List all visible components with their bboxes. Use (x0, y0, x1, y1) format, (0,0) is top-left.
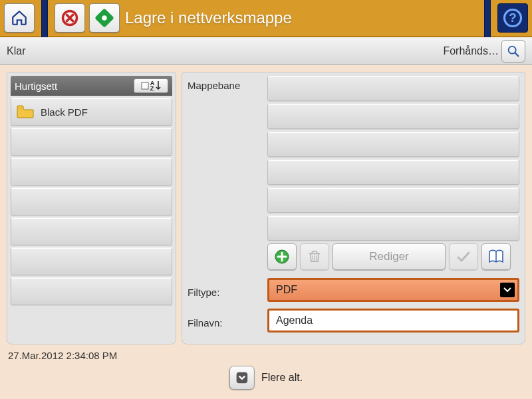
page-title: Lagre i nettverksmappe (125, 9, 292, 27)
quickset-item-empty[interactable] (11, 277, 172, 305)
add-path-button[interactable] (267, 243, 297, 270)
cancel-icon (61, 9, 79, 27)
edit-path-button[interactable]: Rediger (332, 243, 446, 270)
quickset-item-label: Black PDF (41, 106, 88, 118)
details-panel: Mappebane Rediger (182, 72, 525, 344)
quicksets-header: Hurtigsett AZ (11, 76, 172, 96)
quickset-item[interactable]: Black PDF (11, 98, 172, 126)
more-options-label: Flere alt. (261, 372, 303, 384)
checkbox-icon (141, 82, 149, 90)
status-bar: Klar Forhånds… (0, 37, 532, 65)
filetype-dropdown[interactable]: PDF (267, 278, 519, 302)
svg-point-2 (102, 15, 106, 20)
chevron-down-icon (235, 370, 249, 385)
delete-path-button[interactable] (300, 243, 329, 270)
preview-label: Forhånds… (443, 45, 499, 57)
svg-rect-8 (237, 372, 248, 384)
confirm-path-button[interactable] (449, 243, 478, 270)
folderpath-row[interactable] (267, 76, 519, 101)
book-icon (488, 249, 504, 264)
preview-button[interactable] (501, 40, 525, 63)
status-text: Klar (7, 45, 25, 57)
cancel-button[interactable] (55, 3, 85, 33)
folderpath-label: Mappebane (188, 76, 267, 91)
addressbook-button[interactable] (481, 243, 511, 270)
filetype-label: Filtype: (188, 283, 267, 298)
more-options-button[interactable] (229, 366, 255, 390)
edit-button-label: Rediger (369, 250, 409, 263)
quickset-item-empty[interactable] (11, 158, 172, 186)
check-icon (456, 249, 471, 265)
title-separator (41, 0, 48, 37)
magnifier-icon (506, 44, 521, 59)
trash-icon (307, 249, 322, 264)
more-options: Flere alt. (229, 366, 303, 390)
sort-arrow-icon (156, 81, 161, 90)
help-button[interactable]: ? (497, 3, 528, 33)
filename-input[interactable]: Agenda (267, 309, 519, 332)
svg-rect-6 (142, 82, 148, 89)
folderpath-row[interactable] (267, 215, 519, 241)
home-button[interactable] (4, 3, 35, 33)
start-button[interactable] (89, 3, 120, 33)
title-separator-right (484, 0, 491, 37)
timestamp: 27.Mar.2012 2:34:08 PM (8, 350, 117, 361)
main-area: Hurtigsett AZ Black PDF Mappebane (0, 65, 532, 344)
filename-label: Filnavn: (188, 313, 267, 329)
folderpath-row[interactable] (267, 160, 519, 185)
quickset-item-empty[interactable] (11, 217, 172, 245)
quickset-item-empty[interactable] (11, 188, 172, 215)
footer: 27.Mar.2012 2:34:08 PM (0, 344, 532, 361)
folder-icon (17, 105, 34, 118)
title-bar: Lagre i nettverksmappe ? (0, 0, 532, 37)
filename-value: Agenda (276, 315, 313, 327)
filetype-value: PDF (276, 284, 297, 296)
folderpath-row[interactable] (267, 132, 519, 157)
help-icon: ? (503, 8, 523, 28)
home-icon (11, 9, 28, 27)
svg-text:?: ? (509, 11, 516, 25)
quicksets-header-label: Hurtigsett (15, 80, 57, 92)
quicksets-panel: Hurtigsett AZ Black PDF (7, 72, 176, 344)
quickset-item-empty[interactable] (11, 247, 172, 275)
folderpath-row[interactable] (267, 188, 519, 213)
start-icon (95, 9, 114, 27)
folderpath-row[interactable] (267, 104, 519, 129)
folderpath-actions: Rediger (267, 243, 519, 270)
plus-icon (274, 249, 290, 265)
sort-az-button[interactable]: AZ (134, 78, 168, 93)
quickset-item-empty[interactable] (11, 128, 172, 156)
dropdown-arrow-icon (500, 283, 515, 297)
